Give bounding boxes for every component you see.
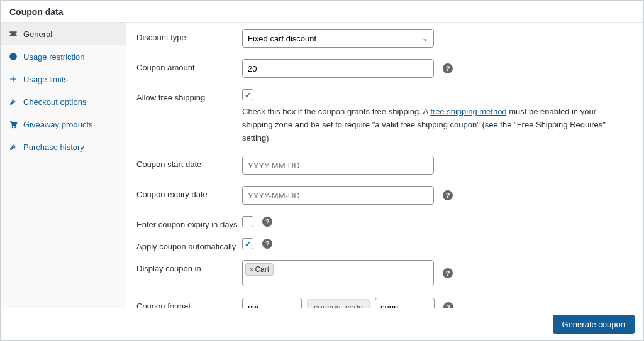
chip-label: Cart	[255, 265, 269, 274]
label-expiry-date: Coupon expiry date	[136, 186, 242, 199]
free-shipping-description: Check this box if the coupon grants free…	[242, 106, 626, 144]
sidebar-item-purchase-history[interactable]: Purchase history	[1, 136, 126, 158]
help-icon[interactable]: ?	[262, 217, 272, 227]
generate-coupon-button[interactable]: Generate coupon	[553, 315, 635, 334]
sidebar: General Usage restriction Usage limits C…	[1, 23, 126, 308]
panel-header: Coupon data	[1, 1, 643, 23]
display-in-field[interactable]: × Cart	[242, 260, 434, 286]
sidebar-item-label: Usage restriction	[23, 52, 85, 62]
panel-title: Coupon data	[9, 7, 635, 17]
label-free-shipping: Allow free shipping	[136, 89, 242, 102]
sidebar-item-label: Checkout options	[23, 97, 86, 107]
wrench-icon	[8, 97, 18, 107]
sidebar-item-label: Usage limits	[23, 75, 68, 84]
plus-icon	[8, 74, 18, 84]
auto-apply-checkbox[interactable]	[242, 238, 253, 249]
cart-icon	[8, 119, 18, 129]
svg-point-5	[15, 127, 16, 128]
expiry-date-input[interactable]	[242, 186, 434, 205]
help-icon[interactable]: ?	[443, 63, 453, 73]
label-auto-apply: Apply coupon automatically	[136, 238, 242, 251]
sidebar-item-general[interactable]: General	[1, 23, 126, 45]
remove-chip-icon[interactable]: ×	[250, 266, 253, 273]
help-icon[interactable]: ?	[443, 190, 453, 200]
panel-footer: Generate coupon	[1, 308, 643, 340]
sidebar-item-checkout-options[interactable]: Checkout options	[1, 90, 126, 113]
discount-type-select[interactable]: Fixed cart discount	[242, 29, 434, 48]
label-discount-type: Discount type	[136, 29, 242, 42]
ban-icon	[8, 51, 18, 62]
start-date-input[interactable]	[242, 156, 434, 175]
main-form: Discount type Fixed cart discount ⌄ Coup…	[126, 23, 643, 308]
label-expiry-days: Enter coupon expiry in days	[136, 216, 242, 229]
sidebar-item-usage-limits[interactable]: Usage limits	[1, 68, 126, 90]
help-icon[interactable]: ?	[443, 268, 453, 278]
sidebar-item-label: Purchase history	[23, 143, 84, 152]
sidebar-item-label: General	[23, 30, 52, 39]
free-shipping-checkbox[interactable]	[242, 89, 253, 100]
sidebar-item-usage-restriction[interactable]: Usage restriction	[1, 45, 126, 68]
svg-point-4	[12, 127, 13, 128]
sidebar-item-label: Giveaway products	[23, 120, 93, 129]
free-shipping-method-link[interactable]: free shipping method	[430, 107, 506, 116]
format-static-code: coupon_code	[307, 299, 370, 308]
label-display-in: Display coupon in	[136, 260, 242, 273]
format-suffix-input[interactable]	[375, 298, 435, 308]
label-coupon-format: Coupon format	[136, 298, 242, 308]
expiry-days-checkbox[interactable]	[242, 216, 253, 227]
ticket-icon	[8, 29, 18, 39]
coupon-amount-input[interactable]	[242, 59, 434, 78]
help-icon[interactable]: ?	[262, 239, 272, 249]
help-icon[interactable]: ?	[443, 302, 453, 308]
display-in-chip: × Cart	[245, 263, 274, 276]
label-start-date: Coupon start date	[136, 156, 242, 169]
label-coupon-amount: Coupon amount	[136, 59, 242, 72]
sidebar-item-giveaway-products[interactable]: Giveaway products	[1, 113, 126, 136]
format-prefix-input[interactable]	[242, 298, 302, 308]
wrench-icon	[8, 142, 18, 152]
